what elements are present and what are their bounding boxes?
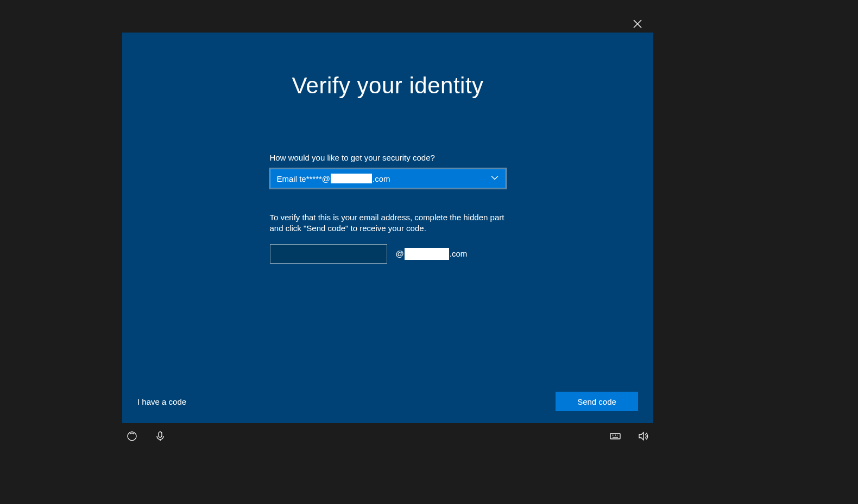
close-icon — [633, 20, 642, 28]
keyboard-icon[interactable] — [610, 431, 621, 442]
send-code-button[interactable]: Send code — [556, 392, 638, 411]
email-verify-row: @.com — [270, 244, 506, 264]
dialog-footer: I have a code Send code — [122, 392, 653, 411]
verification-method-select[interactable]: Email te*****@.com — [270, 169, 506, 188]
redacted-domain — [331, 174, 372, 183]
email-domain-label: @.com — [396, 248, 468, 260]
redacted-domain-2 — [405, 248, 449, 260]
instruction-text: To verify that this is your email addres… — [270, 212, 506, 234]
domain-at: @ — [396, 249, 404, 258]
svg-marker-11 — [639, 432, 644, 440]
prompt-text: How would you like to get your security … — [270, 153, 506, 162]
have-code-link[interactable]: I have a code — [137, 397, 186, 406]
volume-icon[interactable] — [638, 431, 649, 442]
select-value-prefix: Email te*****@ — [277, 174, 331, 183]
chevron-down-icon — [490, 174, 499, 184]
oobe-taskbar — [122, 429, 653, 444]
select-value-suffix: .com — [373, 174, 390, 183]
domain-tld: .com — [450, 249, 468, 258]
svg-rect-3 — [159, 432, 162, 437]
svg-rect-5 — [610, 433, 620, 439]
microphone-icon[interactable] — [155, 431, 166, 442]
form-body: How would you like to get your security … — [270, 153, 506, 264]
ease-of-access-icon[interactable] — [127, 431, 137, 442]
close-button[interactable] — [629, 15, 646, 33]
page-title: Verify your identity — [122, 73, 653, 99]
dialog-panel: Verify your identity How would you like … — [122, 33, 653, 423]
email-prefix-input[interactable] — [270, 244, 387, 264]
